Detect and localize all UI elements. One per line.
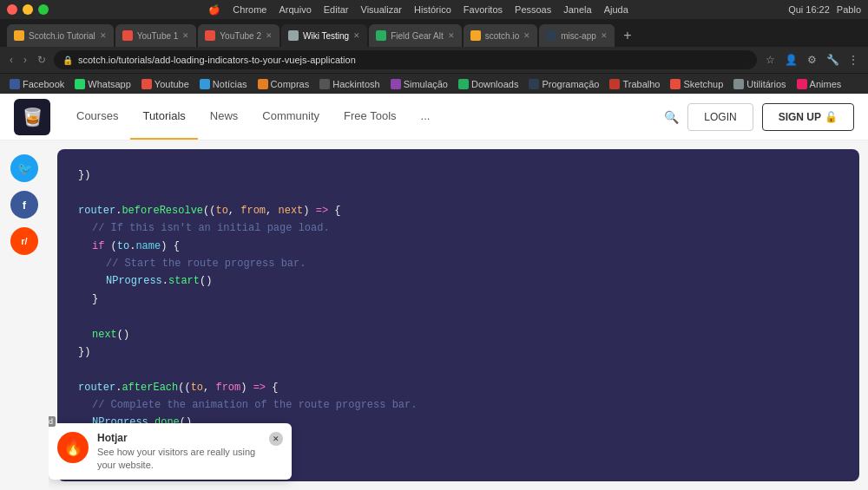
bookmark-whatsapp[interactable]: Whatsapp — [70, 77, 135, 91]
hotjar-description: See how your visitors are really using y… — [97, 446, 260, 471]
tab-title-7: misc-app — [561, 31, 596, 41]
back-button[interactable]: ‹ — [7, 52, 16, 68]
signup-icon: 🔓 — [825, 111, 838, 123]
bookmark-utilitarios[interactable]: Utilitários — [729, 77, 790, 91]
code-line-7: NProgress.start() — [78, 272, 838, 290]
tab-close-4[interactable]: ✕ — [353, 31, 360, 40]
tab-favicon-1 — [14, 30, 24, 41]
site-nav: 🥃 Courses Tutorials News Community Free … — [0, 94, 868, 140]
menu-historico[interactable]: Histórico — [414, 4, 451, 16]
tab-2[interactable]: YouTube 1 ✕ — [115, 24, 197, 47]
bookmark-favicon-facebook — [10, 79, 20, 89]
tab-favicon-2 — [122, 30, 133, 41]
tab-title-4: Wiki Testing — [303, 31, 349, 41]
menu-pessoas[interactable]: Pessoas — [515, 4, 551, 16]
bookmark-hackintosh[interactable]: Hackintosh — [315, 77, 384, 91]
secure-icon: 🔒 — [62, 56, 73, 65]
bookmark-programacao[interactable]: Programação — [524, 77, 603, 91]
tab-title-2: YouTube 1 — [137, 31, 179, 41]
menu-visualizar[interactable]: Visualizar — [361, 4, 403, 16]
tab-7[interactable]: misc-app ✕ — [539, 24, 615, 47]
close-window-button[interactable] — [7, 4, 17, 15]
user-display: Pablo — [837, 4, 861, 15]
reload-button[interactable]: ↻ — [35, 52, 49, 68]
menu-bar: 🍎 Chrome Arquivo Editar Visualizar Histó… — [56, 4, 781, 16]
maximize-window-button[interactable] — [38, 4, 49, 15]
tab-5[interactable]: Field Gear Alt ✕ — [369, 24, 462, 47]
minimize-window-button[interactable] — [23, 4, 33, 15]
facebook-icon: f — [23, 199, 26, 212]
bookmark-favicon-whatsapp — [75, 79, 85, 89]
hotjar-icon: 🔥 — [57, 432, 89, 463]
bookmark-facebook[interactable]: Facebook — [5, 77, 69, 91]
code-line-2 — [78, 184, 838, 201]
main-content: }) router.beforeResolve((to, from, next)… — [49, 140, 868, 490]
tab-1[interactable]: Scotch.io Tutorial ✕ — [7, 24, 114, 47]
tab-close-1[interactable]: ✕ — [100, 31, 107, 40]
code-line-10: next() — [78, 326, 838, 343]
new-tab-button[interactable]: + — [616, 24, 639, 47]
window-controls — [7, 4, 49, 15]
bookmark-favicon-noticias — [200, 79, 210, 89]
bookmark-trabalho[interactable]: Trabalho — [605, 77, 664, 91]
nav-news[interactable]: News — [198, 94, 251, 140]
bookmark-label-youtube: Youtube — [155, 79, 189, 89]
menu-favoritos[interactable]: Favoritos — [464, 4, 503, 16]
twitter-share-button[interactable]: 🐦 — [10, 154, 38, 182]
nav-more[interactable]: ... — [409, 94, 443, 140]
bookmark-animes[interactable]: Animes — [792, 77, 846, 91]
bookmark-compras[interactable]: Compras — [253, 77, 314, 91]
bookmark-noticias[interactable]: Notícias — [195, 77, 252, 91]
hotjar-close-button[interactable]: ✕ — [269, 432, 283, 446]
menu-arquivo[interactable]: Arquivo — [279, 4, 311, 16]
signup-button[interactable]: SIGN UP 🔓 — [762, 103, 854, 131]
bookmark-downloads[interactable]: Downloads — [454, 77, 523, 91]
bookmark-favicon-sketchup — [670, 79, 681, 89]
signup-label: SIGN UP — [779, 111, 821, 123]
tab-close-7[interactable]: ✕ — [601, 31, 608, 40]
menu-editar[interactable]: Editar — [324, 4, 349, 16]
menu-chrome[interactable]: Chrome — [233, 4, 266, 16]
hotjar-ad: ad 🔥 Hotjar See how your visitors are re… — [49, 423, 292, 480]
search-icon[interactable]: 🔍 — [664, 110, 679, 124]
address-bar: ‹ › ↻ 🔒 scotch.io/tutorials/add-loading-… — [0, 47, 868, 73]
bookmark-favicon-animes — [797, 79, 807, 89]
bookmark-star-icon[interactable]: ☆ — [762, 52, 778, 68]
tab-6[interactable]: scotch.io ✕ — [464, 24, 537, 47]
bookmark-youtube[interactable]: Youtube — [137, 77, 194, 91]
more-options-icon[interactable]: ⋮ — [845, 52, 861, 68]
menu-apple[interactable]: 🍎 — [208, 4, 220, 16]
reddit-share-button[interactable]: r/ — [10, 227, 38, 255]
website: 🥃 Courses Tutorials News Community Free … — [0, 94, 868, 490]
extension-icon-2[interactable]: 🔧 — [825, 52, 840, 68]
tabs-bar: Scotch.io Tutorial ✕ YouTube 1 ✕ YouTube… — [0, 19, 868, 47]
code-line-9 — [78, 308, 838, 325]
code-line-5: if (to.name) { — [78, 238, 838, 255]
code-line-6: // Start the route progress bar. — [78, 255, 838, 272]
nav-courses[interactable]: Courses — [64, 94, 130, 140]
tab-close-6[interactable]: ✕ — [523, 31, 530, 40]
tab-close-2[interactable]: ✕ — [182, 31, 189, 40]
ad-label: ad — [49, 416, 56, 427]
tab-close-5[interactable]: ✕ — [448, 31, 455, 40]
profile-icon[interactable]: 👤 — [783, 52, 799, 68]
menu-ajuda[interactable]: Ajuda — [604, 4, 628, 16]
bookmark-label-whatsapp: Whatsapp — [88, 79, 131, 89]
forward-button[interactable]: › — [21, 52, 30, 68]
address-field[interactable]: 🔒 scotch.io/tutorials/add-loading-indica… — [54, 50, 757, 69]
nav-community[interactable]: Community — [250, 94, 332, 140]
tab-close-3[interactable]: ✕ — [266, 31, 273, 40]
bookmark-simulacao[interactable]: Simulação — [386, 77, 452, 91]
nav-tutorials[interactable]: Tutorials — [130, 94, 197, 140]
extension-icon-1[interactable]: ⚙ — [804, 52, 819, 68]
tab-3[interactable]: YouTube 2 ✕ — [198, 24, 279, 47]
code-line-11: }) — [78, 343, 838, 361]
tab-4[interactable]: Wiki Testing ✕ — [281, 24, 367, 47]
logo-icon: 🥃 — [22, 107, 43, 127]
nav-free-tools[interactable]: Free Tools — [332, 94, 408, 140]
site-logo[interactable]: 🥃 — [14, 99, 50, 135]
login-button[interactable]: LOGIN — [687, 103, 753, 131]
menu-janela[interactable]: Janela — [563, 4, 591, 16]
facebook-share-button[interactable]: f — [10, 191, 38, 219]
bookmark-sketchup[interactable]: Sketchup — [666, 77, 727, 91]
